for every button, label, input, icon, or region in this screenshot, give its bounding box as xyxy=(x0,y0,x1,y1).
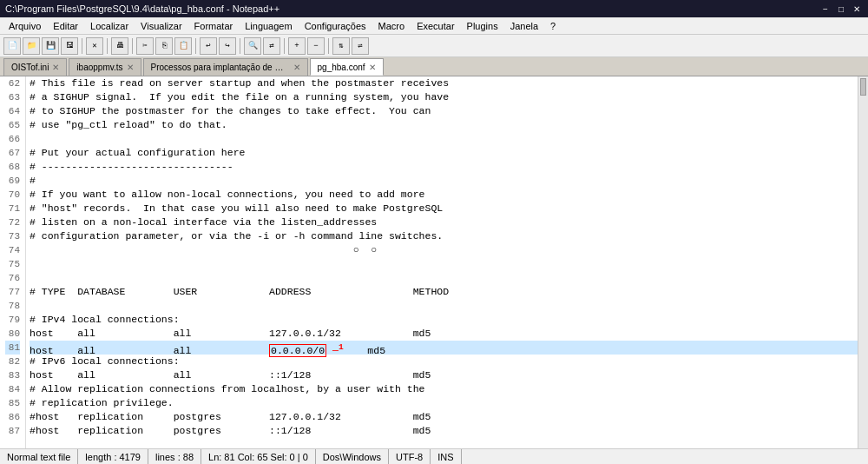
line-num-63: 63 xyxy=(5,90,20,104)
close-button[interactable]: ✕ xyxy=(851,3,863,15)
sep3 xyxy=(132,38,133,54)
vertical-scrollbar[interactable] xyxy=(858,76,868,448)
tab-processos[interactable]: Processos para implantação de Orçamento … xyxy=(143,58,308,76)
sync-button[interactable]: ⇅ xyxy=(332,37,350,55)
tab-label: pg_hba.conf xyxy=(318,63,365,72)
redo-button[interactable]: ↪ xyxy=(219,37,236,55)
menu-arquivo[interactable]: Arquivo xyxy=(3,19,46,33)
sep1 xyxy=(82,38,82,54)
wrap-button[interactable]: ⇌ xyxy=(352,37,369,55)
line-num-71: 71 xyxy=(5,202,20,215)
sep7 xyxy=(328,38,329,54)
tab-label: Processos para implantação de Orçamento … xyxy=(151,63,290,72)
menu-macro[interactable]: Macro xyxy=(373,19,411,33)
line-num-77: 77 xyxy=(5,285,20,299)
line-num-85: 85 xyxy=(5,396,20,410)
code-line-75 xyxy=(30,257,858,271)
status-cursor: Ln: 81 Col: 65 Sel: 0 | 0 xyxy=(201,449,316,464)
line-num-80: 80 xyxy=(5,327,20,341)
status-lines-text: lines : 88 xyxy=(155,452,194,462)
tab-close-icon[interactable]: ✕ xyxy=(52,63,59,72)
code-line-64: # to SIGHUP the postmaster for the chang… xyxy=(30,104,858,118)
code-line-67: # Put your actual configuration here xyxy=(30,146,858,160)
toolbar: 📄 📁 💾 🖫 ✕ 🖶 ✂ ⎘ 📋 ↩ ↪ 🔍 ⇄ + − ⇅ ⇌ xyxy=(0,35,868,57)
code-line-87: #host replication postgres ::1/128 md5 xyxy=(30,424,858,438)
minimize-button[interactable]: − xyxy=(819,3,832,15)
tab-pg-hba[interactable]: pg_hba.conf ✕ xyxy=(310,58,384,76)
code-line-84: # Allow replication connections from loc… xyxy=(30,382,858,396)
line-num-62: 62 xyxy=(5,76,20,90)
sep6 xyxy=(284,38,285,54)
menu-formatar[interactable]: Formatar xyxy=(189,19,239,33)
save-all-button[interactable]: 🖫 xyxy=(61,37,78,55)
replace-button[interactable]: ⇄ xyxy=(263,37,280,55)
title-text: C:\Program Files\PostgreSQL\9.4\data\pg_… xyxy=(5,3,279,14)
print-button[interactable]: 🖶 xyxy=(111,37,128,55)
line-num-73: 73 xyxy=(5,229,20,243)
line-num-67: 67 xyxy=(5,146,20,160)
new-button[interactable]: 📄 xyxy=(3,37,21,55)
code-line-65: # use "pg_ctl reload" to do that. xyxy=(30,118,858,132)
code-area[interactable]: # This file is read on server startup an… xyxy=(26,76,858,448)
status-line-ending: Dos\Windows xyxy=(316,449,389,464)
menu-visualizar[interactable]: Visualizar xyxy=(135,19,187,33)
line-num-64: 64 xyxy=(5,104,20,118)
menu-editar[interactable]: Editar xyxy=(48,19,83,33)
line-num-74: 74 xyxy=(5,243,20,257)
line-num-75: 75 xyxy=(5,257,20,271)
window-controls: − □ ✕ xyxy=(819,3,863,15)
open-button[interactable]: 📁 xyxy=(23,37,40,55)
zoom-out-button[interactable]: − xyxy=(307,37,325,55)
status-ins: INS xyxy=(431,449,461,464)
code-line-85: # replication privilege. xyxy=(30,396,858,410)
sep4 xyxy=(195,38,196,54)
menu-localizar[interactable]: Localizar xyxy=(85,19,134,33)
cut-button[interactable]: ✂ xyxy=(136,37,154,55)
tab-close-icon[interactable]: ✕ xyxy=(127,63,134,72)
tab-oistof[interactable]: OISTof.ini ✕ xyxy=(3,58,67,76)
menu-help[interactable]: ? xyxy=(545,19,561,33)
menu-linguagem[interactable]: Linguagem xyxy=(240,19,297,33)
menu-bar: Arquivo Editar Localizar Visualizar Form… xyxy=(0,17,868,35)
line-num-72: 72 xyxy=(5,215,20,229)
close-button[interactable]: ✕ xyxy=(86,37,103,55)
code-line-66 xyxy=(30,132,858,146)
line-num-70: 70 xyxy=(5,188,20,202)
line-num-83: 83 xyxy=(5,368,20,382)
menu-executar[interactable]: Executar xyxy=(411,19,459,33)
line-num-82: 82 xyxy=(5,355,20,368)
code-line-62: # This file is read on server startup an… xyxy=(30,76,858,90)
line-num-87: 87 xyxy=(5,424,20,438)
status-mode: Normal text file xyxy=(7,449,78,464)
scrollbar-thumb[interactable] xyxy=(860,78,866,96)
line-num-69: 69 xyxy=(5,174,20,188)
annotation-arrow: ─1 xyxy=(326,345,344,356)
menu-configuracoes[interactable]: Configurações xyxy=(299,19,372,33)
line-num-65: 65 xyxy=(5,118,20,132)
code-line-82: # IPv6 local connections: xyxy=(30,355,858,368)
maximize-button[interactable]: □ xyxy=(835,3,847,15)
undo-button[interactable]: ↩ xyxy=(200,37,217,55)
editor[interactable]: 62 63 64 65 66 67 68 69 70 71 72 73 74 7… xyxy=(0,76,868,448)
tab-close-icon[interactable]: ✕ xyxy=(369,63,376,72)
line-numbers: 62 63 64 65 66 67 68 69 70 71 72 73 74 7… xyxy=(0,76,26,448)
zoom-in-button[interactable]: + xyxy=(288,37,306,55)
save-button[interactable]: 💾 xyxy=(42,37,59,55)
paste-button[interactable]: 📋 xyxy=(174,37,192,55)
status-cursor-text: Ln: 81 Col: 65 Sel: 0 | 0 xyxy=(208,452,308,462)
find-button[interactable]: 🔍 xyxy=(244,37,261,55)
tab-close-icon[interactable]: ✕ xyxy=(293,63,300,72)
menu-plugins[interactable]: Plugins xyxy=(462,19,503,33)
menu-janela[interactable]: Janela xyxy=(505,19,543,33)
code-line-63: # a SIGHUP signal. If you edit the file … xyxy=(30,90,858,104)
line-num-76: 76 xyxy=(5,271,20,285)
code-line-86: #host replication postgres 127.0.0.1/32 … xyxy=(30,410,858,424)
code-line-73: # configuration parameter, or via the -i… xyxy=(30,229,858,243)
status-ins-text: INS xyxy=(437,452,453,462)
line-num-78: 78 xyxy=(5,299,20,313)
code-line-78 xyxy=(30,299,858,313)
tab-ibaoppmv[interactable]: ibaoppmv.ts ✕ xyxy=(69,58,141,76)
code-line-77: # TYPE DATABASE USER ADDRESS METHOD xyxy=(30,285,858,299)
copy-button[interactable]: ⎘ xyxy=(155,37,173,55)
status-mode-text: Normal text file xyxy=(7,452,70,462)
